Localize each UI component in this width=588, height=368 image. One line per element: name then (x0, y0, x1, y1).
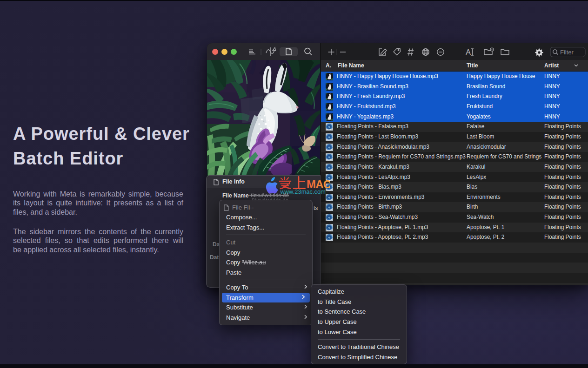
svg-text:Filter: Filter (560, 49, 574, 56)
svg-text:A: A (466, 48, 471, 56)
svg-text:www.23mac.com: www.23mac.com (280, 188, 326, 195)
